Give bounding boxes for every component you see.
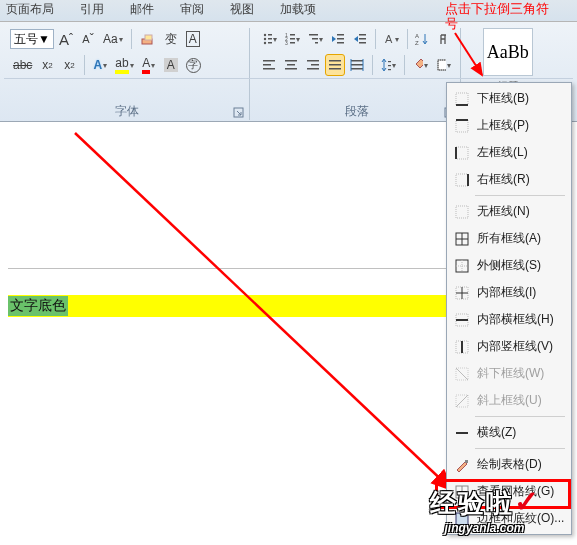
grow-font-button[interactable]: Aˆ [56, 28, 76, 50]
outside-borders-icon [453, 257, 471, 275]
shrink-font-button[interactable]: Aˇ [78, 28, 98, 50]
sort-button[interactable]: AZ [412, 28, 432, 50]
tab-mail[interactable]: 邮件 [126, 0, 158, 21]
tab-review[interactable]: 审阅 [176, 0, 208, 21]
menu-left-border[interactable]: 左框线(L) [449, 139, 569, 166]
align-right-icon [306, 58, 320, 72]
menu-inside-borders[interactable]: 内部框线(I) [449, 279, 569, 306]
menu-separator [475, 448, 565, 449]
line-spacing-icon [381, 58, 391, 72]
multilevel-icon [308, 32, 318, 46]
menu-separator [475, 195, 565, 196]
svg-point-7 [264, 42, 266, 44]
svg-rect-38 [329, 68, 341, 70]
decrease-indent-button[interactable] [328, 28, 348, 50]
diag-down-icon [453, 365, 471, 383]
menu-no-border[interactable]: 无框线(N) [449, 198, 569, 225]
svg-rect-78 [465, 460, 468, 463]
svg-rect-44 [388, 69, 391, 70]
svg-rect-35 [307, 68, 319, 70]
right-border-icon [453, 171, 471, 189]
svg-rect-10 [290, 34, 295, 36]
svg-text:Z: Z [415, 40, 419, 46]
pilcrow-icon [437, 32, 451, 46]
char-shading-button[interactable]: A [161, 54, 181, 76]
svg-rect-8 [268, 42, 272, 44]
diag-up-icon [453, 392, 471, 410]
align-right-button[interactable] [303, 54, 323, 76]
svg-rect-31 [287, 64, 295, 66]
dialog-launcher-icon[interactable] [233, 107, 245, 119]
menu-horizontal-line[interactable]: 横线(Z) [449, 419, 569, 446]
align-justify-button[interactable] [325, 54, 345, 76]
asian-layout-button[interactable]: A▾ [381, 28, 402, 50]
style-preview[interactable]: AaBb [483, 28, 533, 76]
bucket-icon [413, 58, 423, 72]
svg-rect-14 [290, 42, 295, 44]
svg-rect-40 [351, 64, 363, 66]
svg-text:3: 3 [285, 40, 288, 46]
align-left-button[interactable] [259, 54, 279, 76]
svg-rect-46 [438, 60, 446, 70]
indent-icon [353, 32, 367, 46]
inside-v-icon [453, 338, 471, 356]
all-borders-icon [453, 230, 471, 248]
pencil-icon [453, 456, 471, 474]
character-border-button[interactable]: A [183, 28, 203, 50]
font-size-combo[interactable]: 五号 ▼ [10, 29, 54, 49]
menu-top-border[interactable]: 上框线(P) [449, 112, 569, 139]
menu-inside-h-border[interactable]: 内部横框线(H) [449, 306, 569, 333]
check-icon: ✓ [514, 485, 539, 518]
font-color-button[interactable]: A▾ [139, 54, 159, 76]
highlighted-line[interactable]: 文字底色 [8, 295, 446, 317]
svg-rect-37 [329, 64, 341, 66]
svg-rect-42 [388, 61, 391, 62]
svg-rect-17 [315, 42, 318, 44]
svg-rect-16 [312, 38, 318, 40]
shading-button[interactable]: ▾ [410, 54, 431, 76]
enclose-char-button[interactable]: 字 [183, 54, 204, 76]
superscript-button[interactable]: x2 [59, 54, 79, 76]
multilevel-list-button[interactable]: ▾ [305, 28, 326, 50]
subscript-button[interactable]: x2 [37, 54, 57, 76]
svg-rect-18 [337, 34, 344, 36]
align-center-button[interactable] [281, 54, 301, 76]
tab-view[interactable]: 视图 [226, 0, 258, 21]
menu-right-border[interactable]: 右框线(R) [449, 166, 569, 193]
menu-draw-table[interactable]: 绘制表格(D) [449, 451, 569, 478]
borders-dropdown-menu: 下框线(B) 上框线(P) 左框线(L) 右框线(R) 无框线(N) 所有框线(… [446, 82, 572, 535]
highlight-button[interactable]: ab▾ [112, 54, 136, 76]
clear-formatting-button[interactable] [137, 28, 159, 50]
menu-inside-v-border[interactable]: 内部竖框线(V) [449, 333, 569, 360]
phonetic-guide-button[interactable]: 变 [161, 28, 181, 50]
strikethrough-button[interactable]: abc [10, 54, 35, 76]
show-marks-button[interactable] [434, 28, 454, 50]
separator [404, 55, 405, 75]
svg-point-3 [264, 34, 266, 36]
text-effects-button[interactable]: A▾ [90, 54, 110, 76]
bullets-button[interactable]: ▾ [259, 28, 280, 50]
no-border-icon [453, 203, 471, 221]
numbering-button[interactable]: 123▾ [282, 28, 303, 50]
increase-indent-button[interactable] [350, 28, 370, 50]
tab-addin[interactable]: 加载项 [276, 0, 320, 21]
align-left-icon [262, 58, 276, 72]
page-boundary [8, 268, 446, 269]
line-spacing-button[interactable]: ▾ [378, 54, 399, 76]
menu-all-borders[interactable]: 所有框线(A) [449, 225, 569, 252]
svg-rect-28 [263, 64, 271, 66]
svg-rect-34 [311, 64, 319, 66]
borders-button[interactable]: ▾ [433, 54, 454, 76]
menu-outside-borders[interactable]: 外侧框线(S) [449, 252, 569, 279]
svg-rect-33 [307, 60, 319, 62]
tab-layout[interactable]: 页面布局 [2, 0, 58, 21]
change-case-button[interactable]: Aa▾ [100, 28, 126, 50]
hline-icon [453, 424, 471, 442]
distribute-button[interactable] [347, 54, 367, 76]
svg-rect-20 [337, 42, 344, 44]
svg-rect-12 [290, 38, 295, 40]
svg-rect-1 [145, 35, 152, 40]
menu-bottom-border[interactable]: 下框线(B) [449, 85, 569, 112]
sort-icon: AZ [415, 32, 429, 46]
tab-reference[interactable]: 引用 [76, 0, 108, 21]
